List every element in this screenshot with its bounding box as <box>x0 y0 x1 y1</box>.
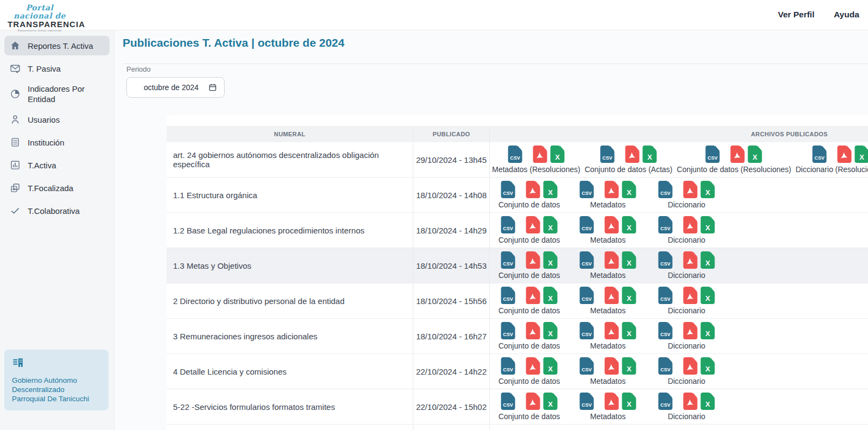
csv-file-icon[interactable]: CSV <box>501 287 515 304</box>
pdf-file-icon[interactable] <box>604 216 619 233</box>
csv-file-icon[interactable]: CSV <box>658 251 673 269</box>
xls-file-icon[interactable]: X <box>700 181 715 198</box>
pdf-file-icon[interactable] <box>683 393 698 410</box>
pdf-file-icon[interactable] <box>604 322 619 339</box>
pdf-file-icon[interactable] <box>683 251 698 269</box>
pdf-file-icon[interactable] <box>604 251 619 269</box>
xls-file-icon[interactable]: X <box>700 287 715 304</box>
bar-chart-icon <box>10 160 21 170</box>
csv-file-icon[interactable]: CSV <box>658 216 673 233</box>
pdf-file-icon[interactable] <box>604 357 619 375</box>
pdf-file-icon[interactable] <box>526 216 540 233</box>
pdf-file-icon[interactable] <box>526 357 540 375</box>
mail-check-icon <box>10 63 21 74</box>
csv-file-icon[interactable]: CSV <box>658 181 673 198</box>
xls-file-icon[interactable]: X <box>700 216 715 233</box>
xls-file-icon[interactable]: X <box>622 393 636 410</box>
xls-file-icon[interactable]: X <box>622 216 636 233</box>
xls-file-icon[interactable]: X <box>622 251 636 269</box>
csv-file-icon[interactable]: CSV <box>579 251 594 269</box>
xls-file-icon[interactable]: X <box>622 287 636 304</box>
csv-file-icon[interactable]: CSV <box>579 181 594 198</box>
sidebar-item-reportes-t-activa[interactable]: Reportes T. Activa <box>4 36 110 55</box>
pdf-file-icon[interactable] <box>683 181 698 198</box>
sidebar-item-t-activa[interactable]: T.Activa <box>4 155 110 175</box>
pdf-file-icon[interactable] <box>526 322 540 339</box>
pdf-file-icon[interactable] <box>625 146 640 163</box>
column-header-archivos: ARCHIVOS PUBLICADOS <box>490 126 868 142</box>
pdf-file-icon[interactable] <box>604 287 619 304</box>
xls-file-icon[interactable]: X <box>543 287 558 304</box>
csv-file-icon[interactable]: CSV <box>579 322 594 339</box>
csv-file-icon[interactable]: CSV <box>501 393 515 410</box>
pdf-file-icon[interactable] <box>604 393 619 410</box>
pdf-file-icon[interactable] <box>683 287 698 304</box>
xls-file-icon[interactable]: X <box>543 216 558 233</box>
xls-file-icon[interactable]: X <box>622 357 636 375</box>
xls-file-icon[interactable]: X <box>543 322 558 339</box>
svg-text:X: X <box>627 224 631 232</box>
csv-file-icon[interactable]: CSV <box>658 393 673 410</box>
sidebar-item-t-focalizada[interactable]: T.Focalizada <box>4 178 110 198</box>
csv-file-icon[interactable]: CSV <box>705 146 720 163</box>
xls-file-icon[interactable]: X <box>700 322 715 339</box>
csv-file-icon[interactable]: CSV <box>579 287 594 304</box>
xls-file-icon[interactable]: X <box>550 146 565 163</box>
xls-file-icon[interactable]: X <box>622 322 636 339</box>
csv-file-icon[interactable]: CSV <box>501 357 515 375</box>
svg-text:X: X <box>627 188 631 197</box>
sidebar-item-institucion[interactable]: Institución <box>4 132 110 152</box>
xls-file-icon[interactable]: X <box>700 251 715 269</box>
csv-file-icon[interactable]: CSV <box>812 146 827 163</box>
nav-ayuda[interactable]: Ayuda <box>834 10 859 20</box>
period-month-picker[interactable]: octubre de 2024 <box>126 77 225 98</box>
sidebar-item-indicadores-por-entidad[interactable]: Indicadores Por Entidad <box>4 81 110 106</box>
csv-file-icon[interactable]: CSV <box>600 146 615 163</box>
csv-file-icon[interactable]: CSV <box>508 146 522 163</box>
nav-ver-perfil[interactable]: Ver Perfil <box>778 10 814 20</box>
pdf-file-icon[interactable] <box>837 146 852 163</box>
xls-file-icon[interactable]: X <box>543 251 558 269</box>
pdf-file-icon[interactable] <box>683 216 698 233</box>
table-body: art. 24 gobiernos autónomos descentraliz… <box>167 142 868 425</box>
pdf-file-icon[interactable] <box>683 357 698 375</box>
csv-file-icon[interactable]: CSV <box>501 181 515 198</box>
xls-file-icon[interactable]: X <box>543 357 558 375</box>
title-divider <box>123 64 868 64</box>
sidebar-item-t-pasiva[interactable]: T. Pasiva <box>4 59 110 78</box>
xls-file-icon[interactable]: X <box>700 357 715 375</box>
svg-text:CSV: CSV <box>503 367 513 372</box>
calendar-icon[interactable] <box>208 83 217 92</box>
pdf-file-icon[interactable] <box>526 393 540 410</box>
numeral-cell: 1.2 Base Legal regulaciones procedimient… <box>167 213 413 248</box>
csv-file-icon[interactable]: CSV <box>658 287 673 304</box>
csv-file-icon[interactable]: CSV <box>501 216 515 233</box>
csv-file-icon[interactable]: CSV <box>579 393 594 410</box>
svg-text:X: X <box>548 400 553 408</box>
pdf-file-icon[interactable] <box>604 181 619 198</box>
xls-file-icon[interactable]: X <box>854 146 868 163</box>
xls-file-icon[interactable]: X <box>700 393 715 410</box>
csv-file-icon[interactable]: CSV <box>658 357 673 375</box>
pdf-file-icon[interactable] <box>526 287 540 304</box>
xls-file-icon[interactable]: X <box>543 393 558 410</box>
pdf-file-icon[interactable] <box>730 146 745 163</box>
csv-file-icon[interactable]: CSV <box>579 216 594 233</box>
csv-file-icon[interactable]: CSV <box>501 322 515 339</box>
pdf-file-icon[interactable] <box>683 322 698 339</box>
csv-file-icon[interactable]: CSV <box>501 251 515 269</box>
building-grid-icon <box>10 137 21 148</box>
portal-logo[interactable]: Portal nacional de TRANSPARENCIA Reposit… <box>8 4 72 32</box>
pdf-file-icon[interactable] <box>533 146 547 163</box>
csv-file-icon[interactable]: CSV <box>658 322 673 339</box>
pdf-file-icon[interactable] <box>526 251 540 269</box>
xls-file-icon[interactable]: X <box>622 181 636 198</box>
sidebar-item-usuarios[interactable]: Usuarios <box>4 110 110 129</box>
xls-file-icon[interactable]: X <box>642 146 657 163</box>
svg-text:CSV: CSV <box>660 261 671 267</box>
csv-file-icon[interactable]: CSV <box>579 357 594 375</box>
xls-file-icon[interactable]: X <box>543 181 558 198</box>
pdf-file-icon[interactable] <box>526 181 540 198</box>
sidebar-item-t-colaborativa[interactable]: T.Colaborativa <box>4 201 110 220</box>
xls-file-icon[interactable]: X <box>748 146 762 163</box>
